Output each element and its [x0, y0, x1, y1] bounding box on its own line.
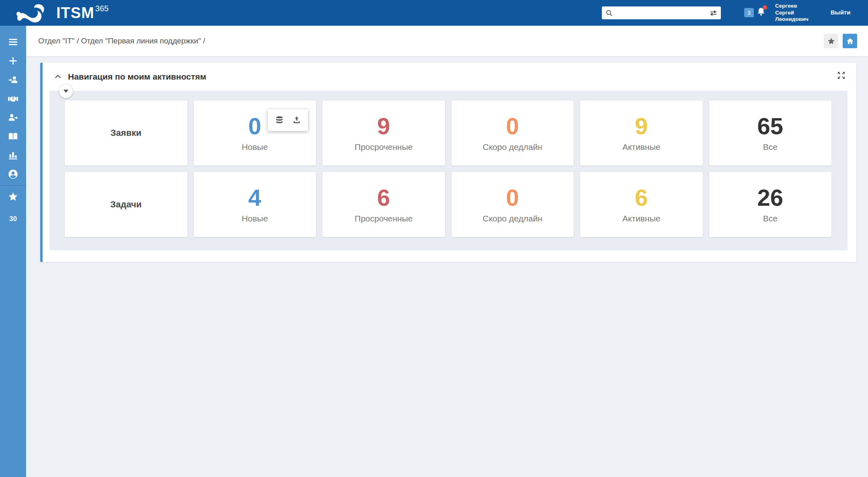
stat-value: 0: [506, 115, 519, 138]
app-header: ITSM 365 3 Сергеев Сергей Леонидович Вый…: [0, 0, 868, 26]
sidebar-item-reports[interactable]: [0, 146, 26, 165]
stat-card-tasks-all[interactable]: 26 Все: [709, 172, 832, 237]
itsm-logo-icon: [15, 2, 52, 24]
stat-value: 26: [757, 186, 783, 209]
stat-label: Просроченные: [355, 142, 412, 152]
sidebar-item-profile[interactable]: [0, 165, 26, 184]
database-icon[interactable]: [275, 115, 284, 125]
triangle-down-icon: [64, 90, 68, 93]
notifications-bell[interactable]: [756, 5, 768, 18]
sidebar-counter: 30: [9, 215, 17, 223]
home-button[interactable]: [843, 34, 857, 48]
app-logo: ITSM 365: [0, 0, 868, 26]
stat-value: 6: [635, 186, 648, 209]
handshake-icon: [8, 93, 18, 104]
stat-card-tasks-active[interactable]: 6 Активные: [580, 172, 703, 237]
notification-count-badge[interactable]: 3: [744, 8, 754, 17]
search-icon: [605, 9, 613, 17]
book-icon: [8, 131, 18, 142]
stat-label: Новые: [242, 142, 268, 152]
sidebar-divider: [0, 185, 26, 186]
stat-card-tasks-new[interactable]: 4 Новые: [194, 172, 316, 237]
sidebar-nav: 30: [0, 26, 26, 477]
tune-filter-icon[interactable]: [710, 9, 717, 17]
stat-value: 0: [248, 115, 261, 138]
stat-card-requests-deadline[interactable]: 0 Скоро дедлайн: [451, 100, 574, 166]
sidebar-item-assigned-to-me[interactable]: [0, 70, 26, 89]
stat-value: 4: [248, 186, 261, 209]
stat-value: 0: [506, 186, 519, 209]
stat-label: Все: [763, 214, 778, 223]
stat-card-requests-all[interactable]: 65 Все: [709, 100, 832, 166]
stat-label: Активные: [622, 214, 660, 223]
bar-chart-icon: [8, 150, 18, 161]
home-icon: [846, 37, 854, 45]
sidebar-item-add[interactable]: [0, 51, 26, 70]
cards-container: Заявки 0 Новые 9: [49, 91, 847, 250]
user-name-line: Сергеев: [775, 3, 824, 10]
stat-card-requests-active[interactable]: 9 Активные: [580, 100, 703, 166]
chevron-up-icon[interactable]: [53, 72, 62, 81]
user-name-line: Леонидович: [775, 16, 824, 23]
row-name: Заявки: [111, 128, 142, 138]
sidebar-item-menu[interactable]: [0, 33, 26, 51]
card-actions-popover: [268, 109, 308, 131]
sidebar-item-agreements[interactable]: [0, 89, 26, 108]
global-search: [602, 6, 721, 19]
fullscreen-icon[interactable]: [837, 71, 846, 80]
stat-label: Скоро дедлайн: [483, 214, 542, 223]
stat-card-tasks-overdue[interactable]: 6 Просроченные: [322, 172, 445, 237]
stat-value: 9: [635, 115, 648, 138]
current-user[interactable]: Сергеев Сергей Леонидович: [775, 3, 824, 23]
activities-panel: Навигация по моим активностям Заявки 0 Н…: [40, 63, 856, 262]
stat-value: 9: [377, 115, 390, 138]
favorite-button[interactable]: [824, 34, 838, 48]
stat-label: Просроченные: [355, 214, 412, 223]
star-icon: [8, 191, 18, 202]
breadcrumb-bar: Отдел "IT" / Отдел "Первая линия поддерж…: [26, 26, 868, 56]
favorite-star-icon: [827, 37, 835, 45]
stat-card-requests-overdue[interactable]: 9 Просроченные: [322, 100, 445, 166]
cards-grid: Заявки 0 Новые 9: [65, 100, 831, 237]
row-name: Задачи: [110, 199, 142, 210]
stat-label: Все: [763, 142, 778, 152]
logo-text: ITSM: [56, 4, 94, 22]
logo-sup: 365: [95, 4, 109, 13]
hamburger-menu-icon: [8, 37, 18, 47]
stat-value: 65: [757, 115, 783, 138]
stat-label: Активные: [622, 142, 660, 152]
stat-value: 6: [377, 186, 390, 209]
logout-button[interactable]: Выйти: [831, 9, 850, 16]
row-name-card[interactable]: Заявки: [65, 100, 187, 166]
row-name-card[interactable]: Задачи: [65, 172, 187, 237]
search-input[interactable]: [613, 10, 710, 16]
stat-label: Скоро дедлайн: [483, 142, 542, 152]
sidebar-item-knowledge-base[interactable]: [0, 127, 26, 146]
sidebar-item-delegation[interactable]: [0, 108, 26, 127]
user-name-line: Сергей: [775, 10, 824, 16]
account-circle-icon: [8, 169, 18, 180]
panel-header: Навигация по моим активностям: [43, 63, 856, 91]
panel-title: Навигация по моим активностям: [68, 72, 206, 82]
sidebar-item-favorites[interactable]: [0, 187, 26, 206]
notification-dot: [763, 5, 767, 10]
person-arrow-out-icon: [8, 112, 18, 123]
collapse-toggle-button[interactable]: [59, 84, 73, 98]
upload-icon[interactable]: [292, 115, 302, 125]
stat-card-tasks-deadline[interactable]: 0 Скоро дедлайн: [451, 172, 574, 237]
plus-icon: [8, 55, 18, 66]
breadcrumb[interactable]: Отдел "IT" / Отдел "Первая линия поддерж…: [38, 37, 824, 45]
person-arrow-in-icon: [8, 74, 18, 85]
stat-label: Новые: [242, 214, 268, 223]
stat-card-requests-new[interactable]: 0 Новые: [194, 100, 316, 166]
